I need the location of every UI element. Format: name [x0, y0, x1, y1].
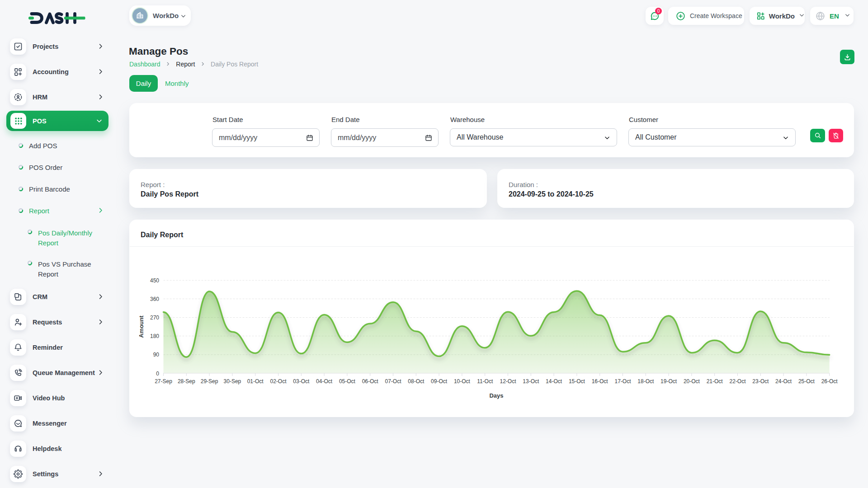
svg-text:02-Oct: 02-Oct: [270, 378, 287, 385]
svg-text:06-Oct: 06-Oct: [362, 378, 379, 385]
svg-text:17-Oct: 17-Oct: [614, 378, 631, 385]
svg-text:26-Oct: 26-Oct: [821, 378, 838, 385]
svg-text:15-Oct: 15-Oct: [569, 378, 585, 385]
svg-text:21-Oct: 21-Oct: [707, 378, 723, 385]
svg-text:11-Oct: 11-Oct: [477, 378, 493, 385]
svg-text:0: 0: [156, 371, 159, 377]
svg-text:Amount: Amount: [138, 315, 145, 338]
svg-text:16-Oct: 16-Oct: [592, 378, 609, 385]
svg-text:14-Oct: 14-Oct: [546, 378, 562, 385]
svg-text:20-Oct: 20-Oct: [684, 378, 700, 385]
svg-text:29-Sep: 29-Sep: [201, 378, 218, 385]
svg-text:12-Oct: 12-Oct: [500, 378, 516, 385]
svg-text:28-Sep: 28-Sep: [178, 378, 195, 385]
svg-text:10-Oct: 10-Oct: [454, 378, 471, 385]
svg-text:360: 360: [150, 296, 159, 302]
svg-text:19-Oct: 19-Oct: [660, 378, 677, 385]
svg-text:23-Oct: 23-Oct: [752, 378, 769, 385]
svg-text:Days: Days: [489, 392, 503, 399]
svg-text:24-Oct: 24-Oct: [775, 378, 792, 385]
svg-text:25-Oct: 25-Oct: [798, 378, 815, 385]
svg-text:01-Oct: 01-Oct: [247, 378, 264, 385]
svg-text:90: 90: [153, 352, 160, 358]
svg-text:180: 180: [150, 333, 159, 339]
svg-text:08-Oct: 08-Oct: [408, 378, 425, 385]
svg-text:07-Oct: 07-Oct: [385, 378, 401, 385]
svg-text:09-Oct: 09-Oct: [431, 378, 448, 385]
svg-text:05-Oct: 05-Oct: [339, 378, 356, 385]
svg-text:30-Sep: 30-Sep: [224, 378, 241, 385]
svg-text:450: 450: [150, 277, 159, 284]
svg-text:04-Oct: 04-Oct: [316, 378, 333, 385]
svg-text:18-Oct: 18-Oct: [637, 378, 654, 385]
svg-text:270: 270: [150, 314, 159, 321]
svg-text:13-Oct: 13-Oct: [523, 378, 539, 385]
svg-text:22-Oct: 22-Oct: [729, 378, 746, 385]
svg-text:03-Oct: 03-Oct: [293, 378, 310, 385]
svg-text:27-Sep: 27-Sep: [155, 378, 172, 385]
